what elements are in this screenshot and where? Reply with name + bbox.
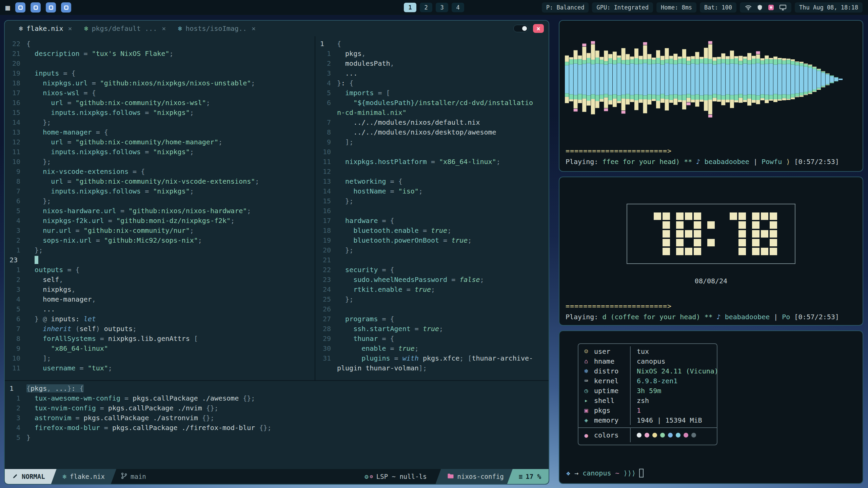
editor-tab-1[interactable]: ❄flake.nix× — [19, 24, 72, 33]
line-number: 6 — [5, 314, 26, 324]
code-text: inputs.nixpkgs.follows = "nixpkgs"; — [26, 147, 194, 157]
code-line: 1 }; — [5, 245, 315, 255]
clock-cell — [663, 239, 670, 246]
editor-tabs: ❄flake.nix×❄pkgs/default ...×❄hosts/isoI… — [19, 24, 256, 33]
tab-label: flake.nix — [26, 24, 63, 33]
code-line: 31 plugins = with pkgs.xfce; [thunar-arc… — [315, 353, 549, 363]
code-line: 4}: { — [315, 78, 549, 88]
line-number: 14 — [315, 186, 337, 196]
tab-close-icon[interactable]: × — [162, 24, 166, 33]
line-number: 9 — [315, 137, 337, 147]
line-number: 20 — [315, 245, 337, 255]
code-line: 23 — [5, 255, 315, 265]
line-number: 19 — [315, 236, 337, 245]
color-picker-icon[interactable] — [768, 4, 774, 11]
wifi-icon[interactable] — [745, 4, 752, 11]
app-icon[interactable] — [46, 2, 56, 13]
line-number: 27 — [315, 314, 337, 324]
code-line: 14 }; — [5, 118, 315, 127]
line-number: 8 — [315, 127, 337, 137]
app-icon[interactable] — [15, 2, 25, 13]
tab-close-icon[interactable]: × — [68, 24, 72, 33]
clock-cell — [707, 248, 715, 255]
clock-cell — [694, 221, 701, 229]
line-number: 8 — [5, 177, 26, 186]
line-number: 5 — [5, 304, 26, 314]
line-number: 13 — [315, 177, 337, 186]
clock-window: 08/08/24 =======================> Playin… — [559, 177, 863, 326]
shell-prompt[interactable]: ❖ → canopus ~ ⟩⟩⟩ — [566, 469, 644, 477]
line-number: 10 — [315, 147, 337, 157]
now-playing-text: Playing: ffee for your head) ** ♪ beabad… — [566, 158, 839, 166]
code-line: 2 tux-nvim-config = pkgs.callPackage ./n… — [5, 403, 549, 413]
code-line: 18 nixpkgs.url = "github:nixos/nixpkgs/n… — [5, 78, 315, 88]
code-text: sudo.wheelNeedsPassword = false; — [337, 275, 484, 285]
line-number: 28 — [315, 324, 337, 334]
info-value: canopus — [630, 356, 717, 366]
code-line: 19 bluetooth.powerOnBoot = true; — [315, 236, 549, 245]
code-text: bluetooth.powerOnBoot = true; — [337, 236, 472, 245]
scroll-position: ≡ 17 % — [507, 469, 549, 484]
line-number: 20 — [5, 59, 26, 68]
text-cursor — [35, 256, 38, 264]
pane-iso-image[interactable]: 1{1 pkgs,2 modulesPath,3 ...4}: {5 impor… — [315, 36, 549, 380]
launcher-grid-icon[interactable]: ▦ — [5, 3, 10, 12]
app-icon-glyph — [34, 5, 38, 10]
nix-flake-icon: ❄ — [84, 24, 88, 33]
code-line: 12 — [315, 167, 549, 177]
line-number: 17 — [315, 216, 337, 226]
code-text: url = "github:nix-community/home-manager… — [26, 137, 222, 147]
topbar-left: ▦ — [5, 2, 71, 13]
clock-cell — [676, 212, 684, 220]
editor-tab-2[interactable]: ❄pkgs/default ...× — [84, 24, 166, 33]
tab-close-icon[interactable]: × — [252, 24, 256, 33]
info-row-memory: ◈memory1946 | 15394 MiB — [578, 415, 717, 425]
lsp-label: LSP ~ null-ls — [376, 473, 427, 480]
color-dot — [660, 433, 665, 438]
app-icon-glyph — [18, 5, 23, 10]
code-line: 15 inputs.nixpkgs.follows = "nixpkgs"; — [5, 108, 315, 118]
code-text: }; — [337, 294, 353, 304]
clock-cell — [654, 221, 661, 229]
code-text: "x86_64-linux" — [26, 344, 108, 353]
clock-icon: ◷ — [578, 386, 594, 395]
clock-cell — [676, 239, 684, 246]
clock-cell — [645, 212, 652, 220]
titlebar-toggle[interactable] — [513, 25, 528, 32]
app-icon[interactable] — [31, 2, 41, 13]
display-icon[interactable] — [779, 4, 787, 11]
window-close-button[interactable]: × — [533, 24, 544, 33]
line-number: 1 — [315, 39, 337, 49]
editor-tab-3[interactable]: ❄hosts/isoImag..× — [178, 24, 256, 33]
code-text: {pkgs, ...}: { — [26, 384, 84, 393]
pane-flake-nix[interactable]: 22{21 description = "tux's NixOS Flake";… — [5, 36, 315, 380]
tag-4[interactable]: 4 — [452, 3, 464, 12]
code-text: enable = true; — [337, 344, 419, 353]
project-label: nixos-config — [457, 473, 504, 480]
clock-cell — [730, 230, 737, 238]
line-number: 10 — [5, 353, 26, 363]
color-dot — [684, 433, 688, 438]
code-text: sops-nix.url = "github:Mic92/sops-nix"; — [26, 236, 202, 245]
text-segment: [0:57/2:53] — [794, 313, 839, 321]
code-line: 9 nix-vscode-extensions = { — [5, 167, 315, 177]
code-line: 10 }; — [5, 157, 315, 167]
app-icon[interactable] — [61, 2, 71, 13]
tag-3[interactable]: 3 — [436, 3, 448, 12]
clock-cell — [685, 239, 692, 246]
clock-cell — [721, 248, 728, 255]
text-segment: ♪ — [696, 158, 704, 166]
code-line: 7 inherit (self) outputs; — [5, 324, 315, 334]
code-line: 26 — [315, 304, 549, 314]
tag-2[interactable]: 2 — [420, 3, 432, 12]
code-text: nixos-wsl = { — [26, 88, 96, 98]
status-pills: P: BalancedGPU: IntegratedHome: 8msBat: … — [542, 2, 736, 13]
line-number: 30 — [315, 344, 337, 353]
pane-pkgs-default[interactable]: 1{pkgs, ...}: {1 tux-awesome-wm-config =… — [5, 380, 549, 469]
code-line: 4 nixpkgs-f2k.url = "github:moni-dz/nixp… — [5, 216, 315, 226]
shield-icon[interactable] — [757, 4, 763, 11]
tag-1[interactable]: 1 — [404, 3, 416, 12]
file-label: flake.nix — [70, 473, 105, 480]
topbar-right: P: BalancedGPU: IntegratedHome: 8msBat: … — [542, 2, 863, 13]
clock-cell — [761, 212, 768, 220]
